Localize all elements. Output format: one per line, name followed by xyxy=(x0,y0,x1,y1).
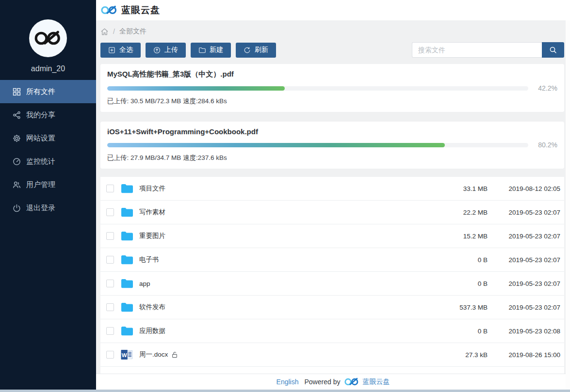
new-folder-button[interactable]: 新建 xyxy=(191,43,231,58)
search-button[interactable] xyxy=(542,42,564,58)
folder-icon xyxy=(121,255,135,265)
refresh-button[interactable]: 刷新 xyxy=(236,43,276,58)
sidebar-item-label: 用户管理 xyxy=(26,180,55,189)
row-checkbox[interactable] xyxy=(106,208,114,216)
breadcrumb: / 全部文件 xyxy=(100,27,564,36)
file-name[interactable]: 周一.docx xyxy=(139,350,437,359)
sidebar-item-label: 我的分享 xyxy=(26,110,55,120)
file-size: 537.3 MB xyxy=(437,304,488,311)
plus-square-icon xyxy=(108,47,115,54)
brand-logo-icon[interactable] xyxy=(101,5,117,16)
file-date: 2019-05-23 02:07 xyxy=(488,304,560,311)
progress-track xyxy=(107,86,528,91)
file-name[interactable]: 应用数据 xyxy=(139,327,437,335)
upload-button[interactable]: 上传 xyxy=(146,43,186,58)
file-row[interactable]: 电子书 0 B 2019-05-23 02:07 xyxy=(100,248,564,272)
upload-filename: iOS+11+Swift+Programming+Cookbook.pdf xyxy=(107,127,557,136)
row-checkbox[interactable] xyxy=(106,303,114,311)
language-link[interactable]: English xyxy=(277,378,299,386)
sidebar-item-logout[interactable]: 退出登录 xyxy=(0,196,96,220)
unlock-icon xyxy=(171,351,178,358)
infinity-logo-icon xyxy=(34,30,62,47)
word-doc-icon: W xyxy=(121,349,135,360)
scrollbar-track[interactable] xyxy=(566,20,570,390)
file-row[interactable]: 写作素材 22.2 MB 2019-05-23 02:07 xyxy=(100,201,564,224)
file-size: 0 B xyxy=(437,328,488,335)
search-icon xyxy=(549,46,557,54)
progress-percent: 42.2% xyxy=(528,84,557,92)
folder-icon xyxy=(198,47,206,54)
file-row[interactable]: 项目文件 33.1 MB 2019-08-12 02:05 xyxy=(100,177,564,201)
footer-brand-link[interactable]: 蓝眼云盘 xyxy=(362,377,390,386)
file-name[interactable]: 电子书 xyxy=(139,255,437,264)
file-size: 22.2 MB xyxy=(437,209,488,216)
refresh-icon xyxy=(244,47,251,54)
share-icon xyxy=(13,111,21,119)
breadcrumb-separator: / xyxy=(113,28,115,35)
file-row[interactable]: 重要图片 15.2 MB 2019-05-23 02:07 xyxy=(100,224,564,248)
folder-icon xyxy=(121,302,135,312)
file-name[interactable]: 重要图片 xyxy=(139,232,437,240)
upload-status: 已上传: 30.5 MB/72.3 MB 速度:284.6 kBs xyxy=(107,97,557,106)
power-icon xyxy=(13,204,21,212)
file-date: 2019-05-23 02:07 xyxy=(488,280,560,287)
file-name[interactable]: 项目文件 xyxy=(139,184,437,193)
avatar xyxy=(29,19,67,57)
row-checkbox[interactable] xyxy=(106,327,114,335)
sidebar-item-label: 监控统计 xyxy=(26,157,55,166)
row-checkbox[interactable] xyxy=(106,280,114,287)
username: admin_20 xyxy=(0,64,96,73)
progress-fill xyxy=(107,86,285,91)
progress-percent: 80.2% xyxy=(528,141,557,149)
file-date: 2019-05-23 02:07 xyxy=(488,209,560,216)
app-title: 蓝眼云盘 xyxy=(121,4,160,16)
row-checkbox[interactable] xyxy=(106,232,114,240)
select-all-button[interactable]: 全选 xyxy=(100,43,141,58)
window-bottom-edge xyxy=(0,390,570,392)
grid-icon xyxy=(13,88,21,96)
sidebar-item-monitoring[interactable]: 监控统计 xyxy=(0,150,96,173)
file-row[interactable]: app 0 B 2019-05-23 02:07 xyxy=(100,272,564,296)
file-size: 15.2 MB xyxy=(437,233,488,240)
sidebar-item-label: 网站设置 xyxy=(26,134,55,143)
toolbar: 全选 上传 新建 xyxy=(100,42,564,58)
search-box xyxy=(412,42,564,58)
row-checkbox[interactable] xyxy=(106,185,114,192)
search-input[interactable] xyxy=(412,42,542,58)
sidebar-menu: 所有文件 我的分享 网站设置 xyxy=(0,80,96,220)
file-row[interactable]: 应用数据 0 B 2019-05-23 02:08 xyxy=(100,319,564,343)
sidebar-item-all-files[interactable]: 所有文件 xyxy=(0,80,96,103)
sidebar-item-my-shares[interactable]: 我的分享 xyxy=(0,103,96,126)
sidebar-item-user-management[interactable]: 用户管理 xyxy=(0,173,96,196)
sidebar-item-site-settings[interactable]: 网站设置 xyxy=(0,126,96,150)
main-area: 蓝眼云盘 / 全部文件 全选 xyxy=(96,0,570,392)
progress-fill xyxy=(107,143,445,147)
file-name[interactable]: app xyxy=(139,280,437,287)
file-size: 27.3 kB xyxy=(437,351,488,359)
file-size: 0 B xyxy=(437,256,488,264)
upload-progress-card: iOS+11+Swift+Programming+Cookbook.pdf 80… xyxy=(100,122,564,169)
app-window: admin_20 所有文件 我的分享 xyxy=(0,0,570,392)
file-date: 2019-08-12 02:05 xyxy=(488,185,560,192)
file-size: 33.1 MB xyxy=(437,185,488,192)
home-icon[interactable] xyxy=(100,28,109,36)
file-date: 2019-05-23 02:07 xyxy=(488,256,560,264)
file-date: 2019-05-23 02:07 xyxy=(488,233,560,240)
row-checkbox[interactable] xyxy=(106,351,114,359)
folder-icon xyxy=(121,207,135,217)
breadcrumb-current: 全部文件 xyxy=(119,27,147,36)
upload-icon xyxy=(153,47,161,54)
file-list: 项目文件 33.1 MB 2019-08-12 02:05 写作素材 22.2 … xyxy=(100,177,564,391)
file-date: 2019-05-23 02:08 xyxy=(488,328,560,335)
file-size: 0 B xyxy=(437,280,488,287)
row-checkbox[interactable] xyxy=(106,256,114,264)
file-row[interactable]: 软件发布 537.3 MB 2019-05-23 02:07 xyxy=(100,296,564,319)
folder-icon xyxy=(121,279,135,288)
sidebar-item-label: 所有文件 xyxy=(26,87,55,96)
file-row[interactable]: W 周一.docx 27.3 kB 2019-08-26 15: xyxy=(100,343,564,367)
upload-filename: MySQL高性能书籍_第3版（中文）.pdf xyxy=(107,70,557,79)
file-name[interactable]: 写作素材 xyxy=(139,208,437,217)
file-name[interactable]: 软件发布 xyxy=(139,303,437,312)
sidebar: admin_20 所有文件 我的分享 xyxy=(0,0,96,392)
footer-logo-icon xyxy=(344,377,359,386)
